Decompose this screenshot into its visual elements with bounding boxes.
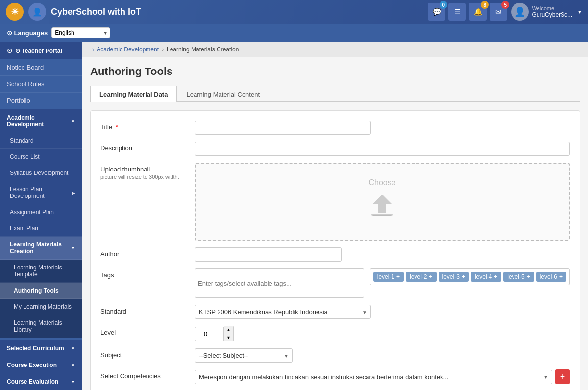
user-dropdown-icon[interactable]: ▼ [577, 9, 582, 15]
tag-level-6: level-6 + [536, 272, 566, 282]
main-layout: ⊙ ⊙ Teacher Portal Notice Board School R… [0, 42, 588, 390]
academic-dev-label: Academic Development [7, 114, 68, 128]
sidebar-item-course-list[interactable]: Course List [0, 149, 82, 165]
selected-curriculum-label: Selected Curriculum [7, 345, 64, 352]
upload-area[interactable]: Choose [195, 163, 570, 241]
description-row: Description [100, 142, 570, 156]
subject-select[interactable]: --Select Subject-- Mathematics Science E… [195, 348, 293, 363]
tag-level-6-add[interactable]: + [559, 273, 563, 280]
tab-learning-material-data[interactable]: Learning Material Data [90, 86, 177, 102]
svg-rect-1 [371, 214, 393, 216]
academic-dev-arrow: ▼ [71, 119, 75, 124]
competencies-input-row: Merespon dengan melakukan tindakan sesua… [195, 369, 570, 384]
breadcrumb-academic-dev[interactable]: Academic Development [97, 46, 159, 53]
standard-select-wrapper: KTSP 2006 Kemendiknas Republik Indonesia… [195, 305, 371, 319]
upload-note: picture will resize to 300px width. [100, 174, 179, 180]
languages-label: ⊙ Languages [7, 29, 48, 37]
app-logo: ☀ [6, 3, 24, 21]
title-row: Title * [100, 121, 570, 135]
title-input[interactable] [195, 121, 371, 135]
user-avatar: 👤 [511, 3, 529, 21]
username-text: GuruCyberSc... [532, 11, 572, 18]
tags-row: Tags level-1 + level-2 + [100, 268, 570, 298]
sidebar-item-authoring-tools[interactable]: Authoring Tools [0, 283, 82, 299]
language-select[interactable]: English Indonesia Other [51, 27, 110, 38]
tags-input[interactable] [198, 272, 361, 294]
breadcrumb-separator: › [162, 46, 164, 53]
sidebar-item-school-rules[interactable]: School Rules [0, 76, 82, 93]
sidebar-item-syllabus[interactable]: Syllabus Development [0, 165, 82, 181]
sidebar-item-notice-board[interactable]: Notice Board [0, 59, 82, 76]
lmc-arrow: ▼ [71, 245, 75, 251]
tab-learning-material-content[interactable]: Learning Material Content [177, 86, 269, 102]
competencies-select[interactable]: Merespon dengan melakukan tindakan sesua… [195, 370, 552, 384]
teacher-portal-header[interactable]: ⊙ ⊙ Teacher Portal [0, 42, 82, 59]
sidebar-item-my-learning-materials[interactable]: My Learning Materials [0, 299, 82, 315]
level-input-wrap: ▲ ▼ [195, 326, 234, 341]
selected-curriculum-header[interactable]: Selected Curriculum ▼ [0, 340, 82, 357]
bell-icon-btn[interactable]: 🔔 8 [469, 3, 487, 21]
upload-row: Upload thumbnail picture will resize to … [100, 163, 570, 241]
description-input[interactable] [195, 142, 570, 156]
menu-icon-btn[interactable]: ☰ [448, 3, 466, 21]
standard-select[interactable]: KTSP 2006 Kemendiknas Republik Indonesia… [195, 305, 371, 319]
description-label: Description [100, 142, 189, 152]
author-row: Author [100, 247, 570, 262]
teacher-portal-label: ⊙ Teacher Portal [15, 48, 62, 54]
sidebar-item-learning-materials-creation[interactable]: Learning Materials Creation ▼ [0, 237, 82, 260]
upload-choose-text: Choose [205, 178, 559, 187]
course-execution-arrow: ▼ [71, 363, 75, 368]
mail-icon-btn[interactable]: ✉ 5 [490, 3, 507, 21]
course-evaluation-header[interactable]: Course Evaluation ▼ [0, 373, 82, 390]
sidebar-item-exam-plan[interactable]: Exam Plan [0, 220, 82, 237]
level-decrement[interactable]: ▼ [224, 334, 233, 341]
level-input[interactable] [195, 327, 224, 341]
breadcrumb-current-page: Learning Materials Creation [167, 46, 239, 53]
author-label: Author [100, 247, 189, 258]
add-competency-button[interactable]: + [555, 369, 570, 384]
author-input[interactable] [195, 247, 342, 262]
competencies-select-wrapper: Merespon dengan melakukan tindakan sesua… [195, 370, 552, 384]
language-selector-wrapper: English Indonesia Other ▼ [51, 27, 110, 38]
tag-level-3: level-3 + [439, 272, 469, 282]
tag-level-1-add[interactable]: + [396, 273, 400, 280]
level-increment[interactable]: ▲ [224, 326, 233, 334]
navbar: ☀ 👤 CyberSchool with IoT 💬 0 ☰ 🔔 8 ✉ 5 👤… [0, 0, 588, 24]
breadcrumb-home-icon: ⌂ [90, 46, 94, 53]
form-card: Title * Description Upload thumbnail pic… [90, 110, 580, 390]
subject-select-wrapper: --Select Subject-- Mathematics Science E… [195, 348, 293, 363]
sidebar-item-portfolio[interactable]: Portfolio [0, 93, 82, 109]
academic-dev-submenu: Standard Course List Syllabus Developmen… [0, 133, 82, 338]
sidebar: ⊙ ⊙ Teacher Portal Notice Board School R… [0, 42, 82, 390]
teacher-portal-icon: ⊙ [7, 47, 12, 54]
welcome-text: Welcome, [532, 5, 572, 11]
title-label: Title * [100, 121, 189, 131]
sidebar-item-standard[interactable]: Standard [0, 133, 82, 149]
nav-action-icons: 💬 0 ☰ 🔔 8 ✉ 5 [428, 3, 507, 21]
tag-level-3-add[interactable]: + [462, 273, 465, 280]
sidebar-item-lesson-plan[interactable]: Lesson Plan Development ▶ [0, 181, 82, 204]
page-title: Authoring Tools [90, 65, 580, 78]
chat-icon-btn[interactable]: 💬 0 [428, 3, 445, 21]
tag-level-1: level-1 + [373, 272, 404, 282]
logo-icon: ☀ [11, 6, 19, 17]
subject-label: Subject [100, 348, 189, 359]
lesson-plan-arrow: ▶ [72, 190, 75, 195]
learning-materials-submenu: Learning Materials Template Authoring To… [0, 260, 82, 338]
content-area: Authoring Tools Learning Material Data L… [82, 57, 588, 390]
tag-level-5-add[interactable]: + [527, 273, 530, 280]
sidebar-item-lm-template[interactable]: Learning Materials Template [0, 260, 82, 283]
course-execution-label: Course Execution [7, 362, 57, 368]
bell-icon: 🔔 [474, 8, 482, 16]
tag-level-4: level-4 + [471, 272, 501, 282]
tag-level-5: level-5 + [503, 272, 534, 282]
form-tabs: Learning Material Data Learning Material… [90, 86, 580, 102]
sidebar-item-lm-library[interactable]: Learning Materials Library [0, 315, 82, 338]
course-execution-header[interactable]: Course Execution ▼ [0, 357, 82, 373]
tag-level-2: level-2 + [406, 272, 436, 282]
selected-curriculum-arrow: ▼ [71, 346, 75, 351]
tag-level-2-add[interactable]: + [429, 273, 432, 280]
tag-level-4-add[interactable]: + [494, 273, 497, 280]
academic-development-header[interactable]: Academic Development ▼ [0, 109, 82, 133]
sidebar-item-assignment-plan[interactable]: Assignment Plan [0, 204, 82, 220]
